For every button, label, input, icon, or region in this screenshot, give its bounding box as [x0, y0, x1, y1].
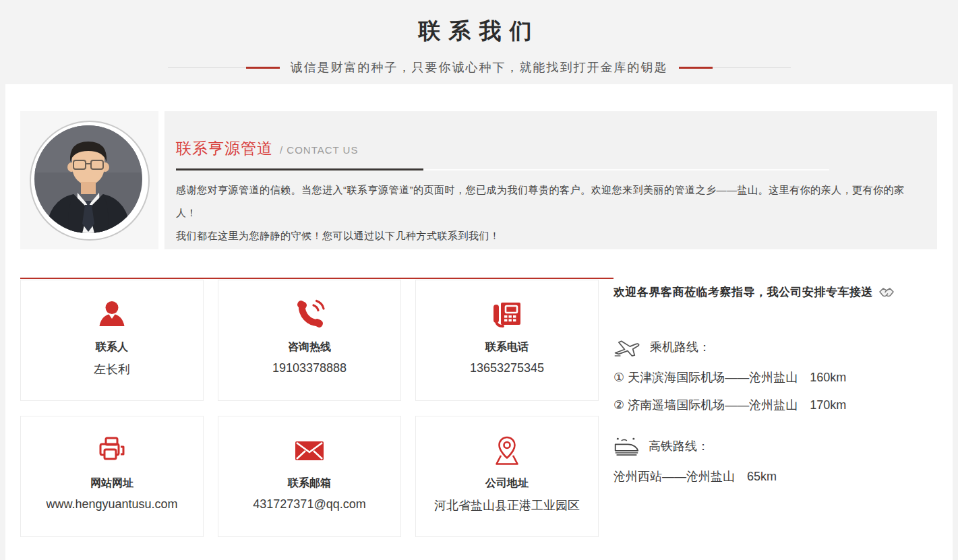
travel-welcome-text: 欢迎各界客商莅临考察指导，我公司安排专车接送: [613, 284, 873, 300]
card-value: 13653275345: [416, 361, 598, 375]
card-address: 公司地址 河北省盐山县正港工业园区: [415, 416, 599, 537]
rail-route-1: 沧州西站——沧州盐山 65km: [613, 468, 942, 485]
flight-route-label-row: 乘机路线：: [613, 336, 942, 358]
intro-band: 联系亨源管道 / CONTACT US 感谢您对亨源管道的信赖。当您进入“联系亨…: [20, 111, 937, 249]
card-email: 联系邮箱 431727371@qq.com: [218, 416, 401, 537]
flight-route-label: 乘机路线：: [650, 339, 711, 355]
flight-route-1: ① 天津滨海国际机场——沧州盐山 160km: [613, 369, 942, 385]
location-pin-icon: [416, 433, 598, 469]
cards-top-rule: [20, 278, 613, 279]
page-title: 联系我们: [0, 16, 958, 46]
flight-routes-group: 乘机路线： ① 天津滨海国际机场——沧州盐山 160km ② 济南遥墙国际机场—…: [613, 336, 942, 413]
travel-welcome: 欢迎各界客商莅临考察指导，我公司安排专车接送: [613, 284, 942, 300]
subtitle-rule-right-red: [679, 67, 713, 69]
card-value: www.hengyuantusu.com: [21, 497, 203, 511]
card-contact-person: 联系人 左长利: [20, 280, 204, 401]
phone-icon: [218, 297, 400, 333]
card-phone: 联系电话 13653275345: [415, 280, 599, 401]
card-website: 网站网址 www.hengyuantusu.com: [20, 416, 204, 537]
contact-cards-grid: 联系人 左长利 咨询热线 19103378888: [20, 280, 599, 537]
intro-divider: [176, 169, 829, 170]
avatar: [34, 125, 142, 233]
intro-heading-en: / CONTACT US: [280, 144, 358, 156]
travel-info: 欢迎各界客商莅临考察指导，我公司安排专车接送: [613, 284, 942, 485]
rail-routes-group: 高铁路线： 沧州西站——沧州盐山 65km: [613, 435, 942, 485]
card-label: 公司地址: [416, 476, 598, 491]
card-value: 19103378888: [218, 361, 400, 375]
train-icon: [613, 435, 639, 457]
page-subtitle-row: 诚信是财富的种子，只要你诚心种下，就能找到打开金库的钥匙: [0, 59, 958, 75]
avatar-box: [20, 111, 158, 249]
card-label: 联系邮箱: [218, 476, 400, 491]
subtitle-rule-right-gray: [713, 67, 791, 68]
printer-icon: [21, 433, 203, 469]
intro-divider-dark: [176, 168, 423, 170]
person-icon: [21, 297, 203, 333]
rail-route-label-row: 高铁路线：: [613, 435, 942, 457]
envelope-icon: [218, 433, 400, 469]
fax-icon: [416, 297, 598, 333]
handshake-icon: [878, 286, 895, 299]
card-value: 河北省盐山县正港工业园区: [416, 497, 598, 514]
rail-route-label: 高铁路线：: [649, 438, 709, 454]
subtitle-rule-left-red: [246, 67, 280, 69]
intro-heading: 联系亨源管道 / CONTACT US: [176, 138, 917, 159]
airplane-icon: [613, 336, 640, 358]
card-label: 咨询热线: [218, 340, 400, 354]
card-label: 联系电话: [416, 340, 598, 354]
intro-heading-cn: 联系亨源管道: [176, 138, 273, 159]
intro-paragraph-line1: 感谢您对亨源管道的信赖。当您进入“联系亨源管道”的页面时，您已成为我们尊贵的客户…: [176, 179, 917, 224]
section-header: 联系我们 诚信是财富的种子，只要你诚心种下，就能找到打开金库的钥匙: [0, 0, 958, 75]
card-value: 左长利: [21, 361, 203, 377]
flight-route-2: ② 济南遥墙国际机场——沧州盐山 170km: [613, 397, 942, 413]
intro-text-block: 联系亨源管道 / CONTACT US 感谢您对亨源管道的信赖。当您进入“联系亨…: [164, 111, 937, 249]
card-label: 联系人: [21, 340, 203, 354]
intro-paragraph-line2: 我们都在这里为您静静的守候！您可以通过以下几种方式联系到我们！: [176, 224, 917, 247]
card-value: 431727371@qq.com: [218, 497, 400, 511]
page-subtitle: 诚信是财富的种子，只要你诚心种下，就能找到打开金库的钥匙: [291, 59, 668, 75]
contact-page: 联系我们 诚信是财富的种子，只要你诚心种下，就能找到打开金库的钥匙: [0, 0, 958, 560]
subtitle-rule-left-gray: [168, 67, 246, 68]
card-label: 网站网址: [21, 476, 203, 491]
card-hotline: 咨询热线 19103378888: [218, 280, 401, 401]
intro-paragraph: 感谢您对亨源管道的信赖。当您进入“联系亨源管道”的页面时，您已成为我们尊贵的客户…: [176, 179, 917, 247]
main-panel: 联系亨源管道 / CONTACT US 感谢您对亨源管道的信赖。当您进入“联系亨…: [5, 84, 953, 560]
avatar-ring: [30, 121, 150, 241]
